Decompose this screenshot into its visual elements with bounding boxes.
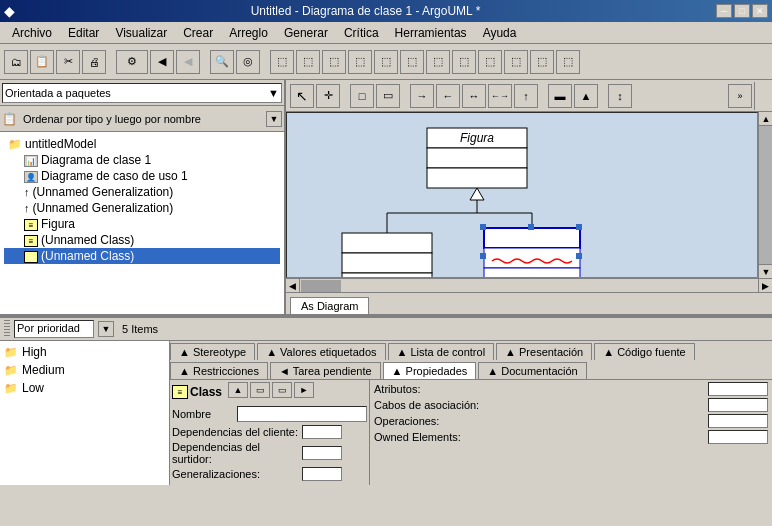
tree-item-0[interactable]: 📁untitledModel bbox=[4, 136, 280, 152]
canvas-container[interactable]: Figura bbox=[286, 112, 758, 278]
menu-item-arreglo[interactable]: Arreglo bbox=[221, 24, 276, 42]
menu-item-crítica[interactable]: Crítica bbox=[336, 24, 387, 42]
operaciones-input[interactable] bbox=[708, 414, 768, 428]
nav-right-btn[interactable]: ► bbox=[294, 382, 314, 398]
toolbar-btn-g2[interactable]: ⬚ bbox=[296, 50, 320, 74]
toolbar-btn-g8[interactable]: ⬚ bbox=[452, 50, 476, 74]
priority-dropdown-btn[interactable]: ▼ bbox=[98, 321, 114, 337]
nav-rect2-btn[interactable]: ▭ bbox=[272, 382, 292, 398]
toolbar-btn-g7[interactable]: ⬚ bbox=[426, 50, 450, 74]
tree-item-5[interactable]: ≡Figura bbox=[4, 216, 280, 232]
dep-cliente-input[interactable] bbox=[302, 425, 342, 439]
toolbar-btn-g4[interactable]: ⬚ bbox=[348, 50, 372, 74]
tree-item-6[interactable]: ≡(Unnamed Class) bbox=[4, 232, 280, 248]
priority-list: 📁High📁Medium📁Low bbox=[0, 341, 170, 485]
tree-item-4[interactable]: ↑(Unnamed Generalization) bbox=[4, 200, 280, 216]
toolbar-btn-g1[interactable]: ⬚ bbox=[270, 50, 294, 74]
scroll-left-btn[interactable]: ◀ bbox=[286, 279, 300, 292]
toolbar-btn-4[interactable]: 🖨 bbox=[82, 50, 106, 74]
toolbar-btn-g12[interactable]: ⬚ bbox=[556, 50, 580, 74]
more-tool[interactable]: » bbox=[728, 84, 752, 108]
prop-tab-1[interactable]: ▲ Valores etiquetados bbox=[257, 343, 385, 360]
toolbar-btn-g9[interactable]: ⬚ bbox=[478, 50, 502, 74]
rect-tool[interactable]: □ bbox=[350, 84, 374, 108]
arrow2-tool[interactable]: ← bbox=[436, 84, 460, 108]
prop-tab-2[interactable]: ▲ Lista de control bbox=[388, 343, 495, 360]
menu-item-generar[interactable]: Generar bbox=[276, 24, 336, 42]
dep-gen-row: Generalizaciones: bbox=[172, 467, 367, 481]
toolbar-btn-redo[interactable]: ◀ bbox=[176, 50, 200, 74]
line-tool[interactable]: ▬ bbox=[548, 84, 572, 108]
nombre-input[interactable] bbox=[237, 406, 367, 422]
dep-gen-input[interactable] bbox=[302, 467, 342, 481]
arrow1-tool[interactable]: → bbox=[410, 84, 434, 108]
view-dropdown[interactable]: Orientada a paquetes ▼ bbox=[2, 83, 282, 103]
crosshair-tool[interactable]: ✛ bbox=[316, 84, 340, 108]
prop-tab-4[interactable]: ▲ Código fuente bbox=[594, 343, 694, 360]
updown-tool[interactable]: ↕ bbox=[608, 84, 632, 108]
vertical-scrollbar[interactable]: ▲ ▼ bbox=[758, 112, 772, 278]
resize-handle[interactable] bbox=[4, 320, 10, 338]
dep-surtidor-input[interactable] bbox=[302, 446, 342, 460]
tree-icon-6: ≡ bbox=[24, 234, 38, 247]
sort-arrow-btn[interactable]: ▼ bbox=[266, 111, 282, 127]
priority-dropdown[interactable]: Por prioridad bbox=[14, 320, 94, 338]
tree-item-1[interactable]: 📊Diagrama de clase 1 bbox=[4, 152, 280, 168]
scroll-down-btn[interactable]: ▼ bbox=[759, 264, 772, 278]
arrow5-tool[interactable]: ↑ bbox=[514, 84, 538, 108]
arrow4-tool[interactable]: ←→ bbox=[488, 84, 512, 108]
tree-item-7[interactable]: ≡(Unnamed Class) bbox=[4, 248, 280, 264]
close-button[interactable]: ✕ bbox=[752, 4, 768, 18]
nav-rect1-btn[interactable]: ▭ bbox=[250, 382, 270, 398]
prop-tab-0[interactable]: ▲ Stereotype bbox=[170, 343, 255, 360]
cabos-input[interactable] bbox=[708, 398, 768, 412]
toolbar-btn-g5[interactable]: ⬚ bbox=[374, 50, 398, 74]
maximize-button[interactable]: □ bbox=[734, 4, 750, 18]
h-scroll-row: ◀ ▶ bbox=[286, 278, 772, 292]
toolbar-btn-g6[interactable]: ⬚ bbox=[400, 50, 424, 74]
minimize-button[interactable]: ─ bbox=[716, 4, 732, 18]
prop-tab-3[interactable]: ▲ Presentación bbox=[496, 343, 592, 360]
scroll-up-btn[interactable]: ▲ bbox=[759, 112, 772, 126]
menu-item-archivo[interactable]: Archivo bbox=[4, 24, 60, 42]
menu-item-ayuda[interactable]: Ayuda bbox=[475, 24, 525, 42]
tree-item-2[interactable]: 👤Diagrame de caso de uso 1 bbox=[4, 168, 280, 184]
toolbar-btn-g10[interactable]: ⬚ bbox=[504, 50, 528, 74]
toolbar-btn-3[interactable]: ✂ bbox=[56, 50, 80, 74]
prop-tab-6[interactable]: ◄ Tarea pendiente bbox=[270, 362, 381, 379]
toolbar-btn-1[interactable]: 🗂 bbox=[4, 50, 28, 74]
toolbar-btn-undo[interactable]: ◀ bbox=[150, 50, 174, 74]
atributos-input[interactable] bbox=[708, 382, 768, 396]
nav-up-btn[interactable]: ▲ bbox=[228, 382, 248, 398]
toolbar-btn-g11[interactable]: ⬚ bbox=[530, 50, 554, 74]
svg-rect-12 bbox=[484, 228, 580, 248]
toolbar-btn-g3[interactable]: ⬚ bbox=[322, 50, 346, 74]
menu-item-visualizar[interactable]: Visualizar bbox=[107, 24, 175, 42]
rect2-tool[interactable]: ▭ bbox=[376, 84, 400, 108]
as-diagram-tab[interactable]: As Diagram bbox=[290, 297, 369, 314]
menu-item-crear[interactable]: Crear bbox=[175, 24, 221, 42]
prop-tab-7[interactable]: ▲ Propiedades bbox=[383, 362, 477, 379]
tri-tool[interactable]: ▲ bbox=[574, 84, 598, 108]
menu-item-editar[interactable]: Editar bbox=[60, 24, 107, 42]
arrow3-tool[interactable]: ↔ bbox=[462, 84, 486, 108]
toolbar-btn-target[interactable]: ◎ bbox=[236, 50, 260, 74]
menu-item-herramientas[interactable]: Herramientas bbox=[387, 24, 475, 42]
prop-tab-5[interactable]: ▲ Restricciones bbox=[170, 362, 268, 379]
priority-item-1[interactable]: 📁Medium bbox=[2, 361, 167, 379]
owned-input[interactable] bbox=[708, 430, 768, 444]
h-scroll-track bbox=[300, 279, 758, 292]
priority-item-0[interactable]: 📁High bbox=[2, 343, 167, 361]
tree-label-4: (Unnamed Generalization) bbox=[33, 201, 174, 215]
priority-item-2[interactable]: 📁Low bbox=[2, 379, 167, 397]
scroll-right-btn[interactable]: ▶ bbox=[758, 279, 772, 292]
prop-tab-8[interactable]: ▲ Documentación bbox=[478, 362, 586, 379]
h-scroll-thumb[interactable] bbox=[301, 280, 341, 292]
operaciones-row: Operaciones: bbox=[374, 414, 768, 428]
v-scroll-top[interactable] bbox=[754, 82, 768, 110]
toolbar-btn-5[interactable]: ⚙ bbox=[116, 50, 148, 74]
toolbar-btn-search[interactable]: 🔍 bbox=[210, 50, 234, 74]
toolbar-btn-2[interactable]: 📋 bbox=[30, 50, 54, 74]
select-tool[interactable]: ↖ bbox=[290, 84, 314, 108]
tree-item-3[interactable]: ↑(Unnamed Generalization) bbox=[4, 184, 280, 200]
